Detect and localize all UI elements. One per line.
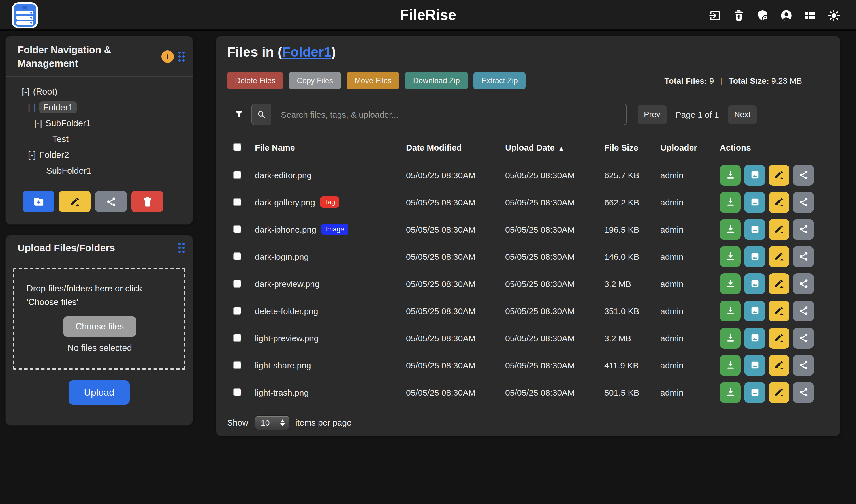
preview-image-button[interactable]	[744, 192, 765, 213]
items-per-page-select[interactable]: 10	[255, 415, 289, 430]
logout-icon[interactable]	[709, 9, 721, 22]
tree-item[interactable]: [-]Folder1	[6, 100, 193, 115]
row-checkbox[interactable]	[233, 361, 241, 369]
edit-button[interactable]	[769, 355, 789, 376]
preview-image-button[interactable]	[744, 273, 765, 294]
row-checkbox[interactable]	[233, 334, 241, 342]
info-icon[interactable]: i	[161, 50, 174, 62]
row-checkbox[interactable]	[233, 171, 241, 179]
share-button[interactable]	[793, 355, 814, 376]
tree-item[interactable]: [-]SubFolder1	[6, 115, 193, 131]
tree-folder-label[interactable]: SubFolder1	[46, 166, 91, 176]
tree-folder-label[interactable]: SubFolder1	[46, 118, 91, 128]
tree-toggle-icon[interactable]: [-]	[28, 150, 36, 160]
search-input[interactable]	[271, 104, 626, 125]
delete-files-button[interactable]: Delete Files	[227, 72, 283, 89]
row-checkbox[interactable]	[233, 388, 241, 396]
select-all-checkbox[interactable]	[233, 143, 241, 151]
column-header-uploader[interactable]: Uploader	[660, 142, 720, 152]
preview-image-button[interactable]	[744, 246, 765, 267]
preview-image-button[interactable]	[744, 219, 765, 240]
edit-button[interactable]	[769, 273, 789, 294]
edit-button[interactable]	[769, 327, 789, 348]
create-folder-button[interactable]	[23, 191, 54, 212]
upload-button[interactable]: Upload	[69, 380, 130, 405]
tree-folder-label-selected[interactable]: Folder1	[39, 101, 77, 113]
download-button[interactable]	[720, 164, 741, 185]
drag-handle-icon[interactable]	[178, 51, 185, 61]
user-account-icon[interactable]	[780, 9, 793, 22]
tree-item[interactable]: Test	[6, 131, 193, 147]
share-button[interactable]	[793, 164, 814, 185]
edit-button[interactable]	[769, 219, 789, 240]
download-button[interactable]	[720, 192, 741, 213]
light-mode-sun-icon[interactable]	[827, 9, 840, 22]
tree-toggle-icon[interactable]: [-]	[22, 87, 30, 96]
tree-folder-label[interactable]: Folder2	[39, 150, 69, 160]
admin-shield-icon[interactable]	[756, 9, 769, 22]
uploader: admin	[660, 279, 720, 288]
edit-button[interactable]	[769, 246, 789, 267]
date-modified: 05/05/25 08:30AM	[406, 306, 505, 316]
preview-image-button[interactable]	[744, 300, 765, 321]
download-button[interactable]	[720, 327, 741, 348]
share-button[interactable]	[793, 246, 814, 267]
column-header-date-modified[interactable]: Date Modified	[406, 142, 505, 152]
share-button[interactable]	[793, 382, 814, 403]
preview-image-button[interactable]	[744, 382, 765, 403]
tree-item[interactable]: [-]Folder2	[6, 147, 193, 163]
download-button[interactable]	[720, 273, 741, 294]
choose-files-button[interactable]: Choose files	[64, 317, 136, 337]
row-checkbox[interactable]	[233, 307, 241, 315]
download-button[interactable]	[720, 355, 741, 376]
grid-view-icon[interactable]	[804, 9, 817, 22]
edit-button[interactable]	[769, 382, 789, 403]
download-button[interactable]	[720, 300, 741, 321]
tree-folder-label[interactable]: (Root)	[33, 87, 57, 96]
share-button[interactable]	[793, 327, 814, 348]
share-button[interactable]	[793, 273, 814, 294]
rename-folder-button[interactable]	[59, 191, 91, 212]
share-button[interactable]	[793, 219, 814, 240]
prev-page-button[interactable]: Prev	[638, 105, 667, 124]
share-button[interactable]	[793, 192, 814, 213]
tree-item[interactable]: [-](Root)	[6, 84, 193, 100]
column-header-upload-date[interactable]: Upload Date▲	[505, 142, 604, 152]
tree-toggle-icon[interactable]: [-]	[34, 118, 42, 128]
next-page-button[interactable]: Next	[728, 105, 757, 124]
share-button[interactable]	[793, 300, 814, 321]
table-row: light-preview.png05/05/25 08:30AM05/05/2…	[233, 324, 829, 352]
trash-restore-icon[interactable]	[732, 9, 745, 22]
preview-image-button[interactable]	[744, 355, 765, 376]
tree-folder-label[interactable]: Test	[52, 134, 69, 144]
file-dropzone[interactable]: Drop files/folders here or click 'Choose…	[13, 268, 185, 370]
uploader: admin	[660, 252, 720, 261]
move-files-button[interactable]: Move Files	[347, 72, 400, 89]
uploader: admin	[660, 224, 720, 234]
extract-zip-button[interactable]: Extract Zip	[473, 72, 526, 89]
edit-button[interactable]	[769, 300, 789, 321]
edit-button[interactable]	[769, 164, 789, 185]
download-button[interactable]	[720, 219, 741, 240]
tree-toggle-icon[interactable]: [-]	[28, 103, 36, 112]
drag-handle-icon[interactable]	[178, 242, 185, 253]
edit-button[interactable]	[769, 192, 789, 213]
delete-folder-button[interactable]	[132, 191, 163, 212]
preview-image-button[interactable]	[744, 164, 765, 185]
row-checkbox[interactable]	[233, 198, 241, 206]
current-folder-link[interactable]: Folder1	[282, 44, 331, 59]
row-checkbox[interactable]	[233, 225, 241, 233]
filter-funnel-icon[interactable]	[234, 109, 244, 120]
copy-files-button[interactable]: Copy Files	[289, 72, 341, 89]
share-folder-button[interactable]	[95, 191, 127, 212]
download-button[interactable]	[720, 382, 741, 403]
row-checkbox[interactable]	[233, 252, 241, 260]
download-button[interactable]	[720, 246, 741, 267]
column-header-file-name[interactable]: File Name	[255, 142, 406, 152]
column-header-file-size[interactable]: File Size	[604, 142, 660, 152]
row-checkbox[interactable]	[233, 280, 241, 288]
tree-item[interactable]: SubFolder1	[6, 163, 193, 179]
date-modified: 05/05/25 08:30AM	[406, 224, 505, 234]
download-zip-button[interactable]: Download Zip	[405, 72, 468, 89]
preview-image-button[interactable]	[744, 327, 765, 348]
